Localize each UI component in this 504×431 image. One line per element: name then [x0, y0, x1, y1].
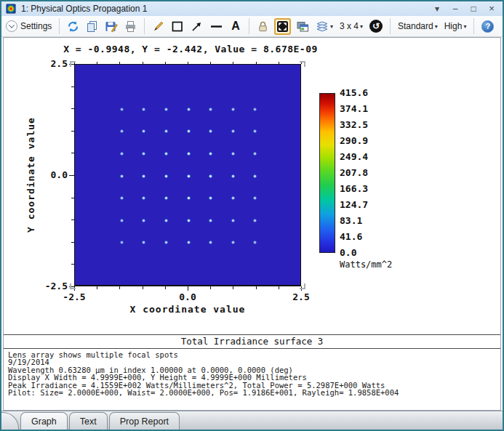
focal-spot	[142, 241, 145, 244]
minimize-icon[interactable]: –	[450, 4, 460, 14]
text-tool-icon: A	[230, 20, 241, 32]
quality-dropdown[interactable]: High ▾	[443, 20, 468, 33]
colormap-dropdown[interactable]: Standard ▾	[396, 20, 439, 33]
focal-spot	[120, 108, 124, 111]
focal-spot	[253, 108, 257, 111]
focal-spot	[142, 196, 145, 200]
colorbar	[319, 93, 335, 253]
print-button[interactable]	[123, 19, 138, 34]
auto-update-button[interactable]: ↺	[368, 18, 384, 34]
print-icon	[124, 20, 137, 33]
arrow-icon	[191, 20, 203, 33]
focal-spot	[253, 241, 257, 244]
x-axis-tick	[165, 286, 166, 289]
tab-prop-report[interactable]: Prop Report	[109, 412, 180, 430]
focal-spot	[209, 196, 212, 200]
lock-icon	[257, 20, 269, 33]
copy-button[interactable]	[84, 19, 100, 34]
focal-spot	[187, 152, 191, 156]
plot-corner-handle	[300, 283, 305, 289]
focal-spot	[231, 152, 235, 156]
help-button[interactable]: ?	[480, 19, 495, 34]
focal-spot	[120, 196, 124, 200]
stack-layers-button[interactable]: ▾	[314, 19, 335, 34]
tab-text[interactable]: Text	[69, 412, 108, 430]
y-axis-tick	[71, 131, 74, 132]
plot-corner-handle	[70, 61, 76, 67]
focal-spot	[164, 219, 168, 222]
x-axis-tick	[233, 286, 233, 289]
rectangle-annotate-button[interactable]	[169, 19, 185, 34]
focal-spot	[209, 129, 212, 133]
caption-rule-bottom	[4, 348, 500, 349]
colorbar-tick-label: 290.9	[340, 135, 383, 146]
analysis-report-text: Lens array shows multiple focal spots9/1…	[8, 351, 500, 396]
save-button[interactable]	[103, 19, 119, 34]
focal-spot	[142, 129, 145, 133]
text-annotate-button[interactable]: A	[228, 19, 243, 33]
colorbar-tick-label: 83.1	[340, 215, 383, 226]
colorbar-tick-label: 332.5	[340, 119, 383, 130]
plot-corner-handle	[70, 283, 76, 289]
focal-spot	[209, 108, 212, 111]
irradiance-plot[interactable]	[74, 64, 301, 286]
layers-caret-icon: ▾	[330, 23, 333, 30]
colorbar-tick-label: 124.7	[340, 199, 383, 210]
help-icon: ?	[481, 20, 494, 33]
y-axis-tick	[71, 264, 74, 265]
top-axis-tick	[165, 62, 166, 64]
colorbar-tick-label: 166.3	[340, 183, 383, 194]
top-axis-tick	[97, 62, 97, 64]
y-tick-label: 2.5	[40, 58, 68, 69]
focal-spot	[231, 174, 235, 178]
plot-caption: Total Irradiance surface 3	[4, 336, 500, 347]
focal-spot	[142, 152, 145, 156]
focal-spot	[231, 196, 235, 200]
window-menu-caret-icon[interactable]: ▾	[432, 4, 442, 14]
fit-window-icon	[276, 20, 289, 33]
y-axis-tick	[71, 153, 74, 153]
focal-spot	[187, 241, 191, 244]
focal-spot	[187, 108, 191, 111]
grid-layout-dropdown[interactable]: 3 x 4 ▾	[338, 20, 364, 33]
fit-window-button[interactable]	[274, 18, 291, 35]
focal-spot	[209, 152, 212, 156]
pencil-icon	[152, 20, 164, 33]
close-icon[interactable]: ×	[487, 4, 497, 14]
colorbar-tick-label: 0.0	[340, 247, 383, 258]
beam-profile-app-icon	[6, 4, 16, 14]
arrow-annotate-button[interactable]	[189, 19, 204, 34]
clone-window-button[interactable]	[295, 19, 311, 34]
grid-layout-label: 3 x 4	[340, 21, 359, 31]
x-axis-tick	[256, 286, 257, 289]
colormap-caret-icon: ▾	[435, 23, 438, 30]
focal-spot	[231, 219, 235, 222]
focal-spot	[164, 196, 168, 200]
title-bar[interactable]: 1: Physical Optics Propagation 1 ▾ – □ ×	[1, 1, 503, 16]
line-annotate-button[interactable]	[208, 19, 225, 34]
clone-window-icon	[296, 20, 309, 33]
y-axis-tick	[69, 175, 74, 176]
y-axis-tick	[71, 242, 74, 243]
settings-button[interactable]: Settings	[4, 19, 53, 33]
tab-graph[interactable]: Graph	[20, 412, 68, 430]
pencil-annotate-button[interactable]	[151, 19, 166, 34]
y-tick-label: 0.0	[40, 169, 68, 180]
focal-spot	[253, 174, 257, 178]
lock-window-button[interactable]	[255, 19, 271, 34]
colorbar-tick-label: 374.1	[340, 103, 383, 114]
save-icon	[105, 20, 118, 33]
focal-spot	[231, 129, 235, 133]
layers-icon	[316, 20, 329, 33]
maximize-icon[interactable]: □	[468, 4, 479, 14]
auto-update-icon: ↺	[369, 20, 383, 33]
colorbar-tick-label: 415.6	[340, 87, 383, 98]
y-axis-label: Y coordinate value	[25, 64, 38, 286]
toolbar-separator	[249, 18, 249, 34]
update-button[interactable]	[65, 19, 81, 34]
x-axis-tick	[210, 286, 211, 289]
focal-spot	[164, 152, 168, 156]
focal-spot	[164, 129, 168, 133]
x-axis-tick	[143, 286, 143, 289]
colorbar-tick-label: 41.6	[340, 231, 383, 242]
